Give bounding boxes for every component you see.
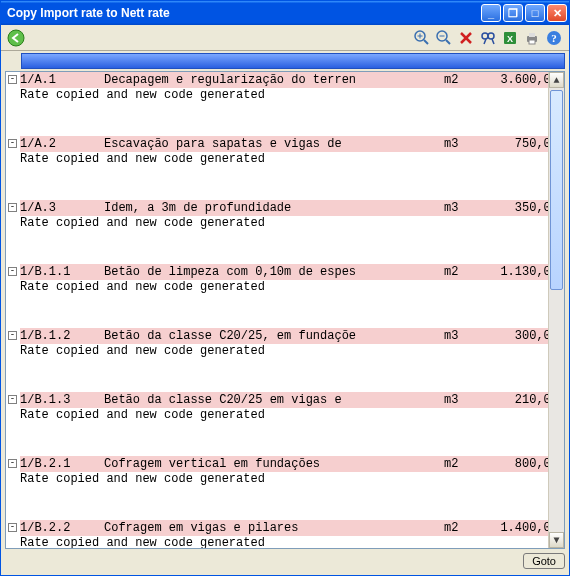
item-description: Betão da classe C20/25, em fundaçõe (104, 329, 444, 343)
item-rate: 1.130,00 (474, 265, 558, 279)
item-description: Betão da classe C20/25 em vigas e (104, 393, 444, 407)
svg-line-13 (492, 39, 494, 44)
close-button[interactable]: ✕ (547, 4, 567, 22)
item-unit: m3 (444, 393, 474, 407)
svg-point-10 (482, 33, 488, 39)
item-description: Cofragem em vigas e pilares (104, 521, 444, 535)
window-title: Copy Import rate to Nett rate (7, 6, 479, 20)
collapse-toggle[interactable]: - (8, 523, 17, 532)
toolbar: X ? (1, 25, 569, 51)
content-area: -1/A.1Decapagem e regularização do terre… (5, 71, 565, 549)
item-row[interactable]: -1/B.2.2Cofragem em vigas e pilaresm21.4… (20, 520, 564, 536)
collapse-toggle[interactable]: - (8, 459, 17, 468)
item-row[interactable]: -1/A.2Escavação para sapatas e vigas dem… (20, 136, 564, 152)
svg-line-12 (484, 39, 486, 44)
item-unit: m3 (444, 137, 474, 151)
item-code: 1/A.1 (20, 73, 104, 87)
row-gap (20, 232, 564, 264)
item-unit: m3 (444, 201, 474, 215)
collapse-toggle[interactable]: - (8, 203, 17, 212)
find-icon[interactable] (478, 28, 498, 48)
row-gap (20, 360, 564, 392)
item-code: 1/B.2.2 (20, 521, 104, 535)
scroll-thumb[interactable] (550, 90, 563, 290)
item-code: 1/B.1.3 (20, 393, 104, 407)
item-rate: 750,00 (474, 137, 558, 151)
item-code: 1/B.1.2 (20, 329, 104, 343)
item-unit: m3 (444, 329, 474, 343)
status-message: Rate copied and new code generated (20, 280, 564, 296)
help-icon[interactable]: ? (544, 28, 564, 48)
svg-point-0 (8, 30, 24, 46)
item-rate: 3.600,00 (474, 73, 558, 87)
svg-text:?: ? (551, 32, 557, 44)
item-description: Escavação para sapatas e vigas de (104, 137, 444, 151)
item-description: Betão de limpeza com 0,10m de espes (104, 265, 444, 279)
item-rate: 800,00 (474, 457, 558, 471)
item-row[interactable]: -1/A.3Idem, a 3m de profundidadem3350,00 (20, 200, 564, 216)
item-row[interactable]: -1/B.1.3Betão da classe C20/25 em vigas … (20, 392, 564, 408)
svg-point-11 (488, 33, 494, 39)
back-button[interactable] (6, 28, 26, 48)
collapse-toggle[interactable]: - (8, 139, 17, 148)
vertical-scrollbar[interactable]: ▲ ▼ (548, 72, 564, 548)
row-gap (20, 488, 564, 520)
restore-button[interactable]: ❐ (503, 4, 523, 22)
item-rate: 1.400,00 (474, 521, 558, 535)
item-unit: m2 (444, 73, 474, 87)
item-row[interactable]: -1/B.2.1Cofragem vertical em fundaçõesm2… (20, 456, 564, 472)
svg-line-6 (446, 40, 450, 44)
item-rate: 210,00 (474, 393, 558, 407)
item-code: 1/A.2 (20, 137, 104, 151)
item-unit: m2 (444, 521, 474, 535)
header-band (21, 53, 565, 69)
item-code: 1/B.2.1 (20, 457, 104, 471)
print-icon[interactable] (522, 28, 542, 48)
row-gap (20, 104, 564, 136)
item-row[interactable]: -1/B.1.2Betão da classe C20/25, em funda… (20, 328, 564, 344)
status-message: Rate copied and new code generated (20, 152, 564, 168)
svg-line-2 (424, 40, 428, 44)
row-gap (20, 296, 564, 328)
item-row[interactable]: -1/B.1.1Betão de limpeza com 0,10m de es… (20, 264, 564, 280)
collapse-toggle[interactable]: - (8, 331, 17, 340)
zoom-in-icon[interactable] (412, 28, 432, 48)
scroll-up-button[interactable]: ▲ (549, 72, 564, 88)
item-row[interactable]: -1/A.1Decapagem e regularização do terre… (20, 72, 564, 88)
status-message: Rate copied and new code generated (20, 472, 564, 488)
item-code: 1/B.1.1 (20, 265, 104, 279)
item-code: 1/A.3 (20, 201, 104, 215)
status-message: Rate copied and new code generated (20, 216, 564, 232)
goto-button[interactable]: Goto (523, 553, 565, 569)
row-gap (20, 424, 564, 456)
export-excel-icon[interactable]: X (500, 28, 520, 48)
item-description: Decapagem e regularização do terren (104, 73, 444, 87)
svg-rect-18 (529, 40, 535, 44)
scroll-down-button[interactable]: ▼ (549, 532, 564, 548)
minimize-button[interactable]: _ (481, 4, 501, 22)
status-message: Rate copied and new code generated (20, 344, 564, 360)
item-rate: 350,00 (474, 201, 558, 215)
status-message: Rate copied and new code generated (20, 408, 564, 424)
collapse-toggle[interactable]: - (8, 267, 17, 276)
item-description: Cofragem vertical em fundações (104, 457, 444, 471)
collapse-toggle[interactable]: - (8, 75, 17, 84)
titlebar: Copy Import rate to Nett rate _ ❐ □ ✕ (1, 1, 569, 25)
delete-icon[interactable] (456, 28, 476, 48)
svg-text:X: X (507, 34, 513, 44)
svg-rect-17 (529, 33, 535, 37)
collapse-toggle[interactable]: - (8, 395, 17, 404)
status-message: Rate copied and new code generated (20, 536, 564, 549)
item-description: Idem, a 3m de profundidade (104, 201, 444, 215)
maximize-button[interactable]: □ (525, 4, 545, 22)
status-message: Rate copied and new code generated (20, 88, 564, 104)
row-gap (20, 168, 564, 200)
item-unit: m2 (444, 457, 474, 471)
zoom-out-icon[interactable] (434, 28, 454, 48)
item-unit: m2 (444, 265, 474, 279)
item-rate: 300,00 (474, 329, 558, 343)
bottom-bar: Goto (5, 551, 565, 571)
